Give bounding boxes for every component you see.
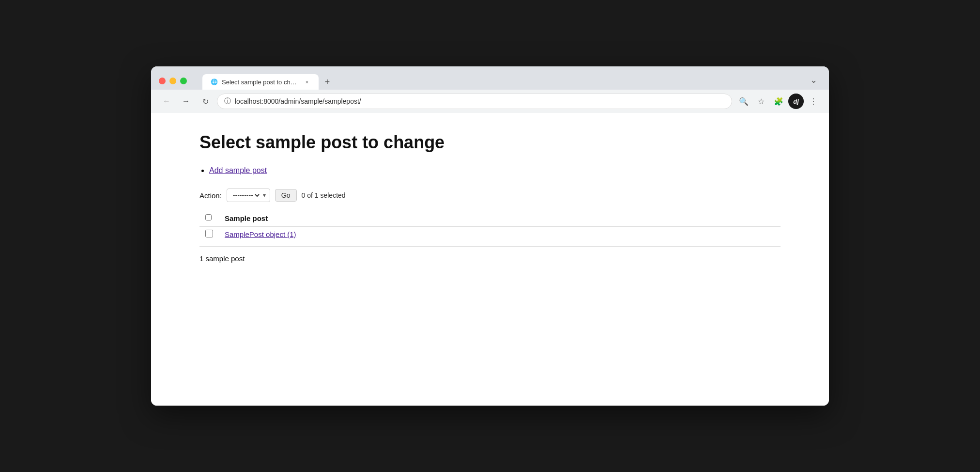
tab-title: Select sample post to change — [222, 79, 299, 86]
new-tab-button[interactable]: + — [321, 75, 334, 89]
divider-line — [199, 246, 781, 247]
refresh-button[interactable]: ↻ — [198, 94, 213, 109]
close-button[interactable] — [159, 78, 166, 84]
action-bar: Action: --------- ▾ Go 0 of 1 selected — [199, 189, 781, 202]
selected-count: 0 of 1 selected — [302, 191, 346, 199]
browser-window: 🌐 Select sample post to change × + ⌄ ← →… — [151, 66, 829, 406]
maximize-button[interactable] — [180, 78, 187, 84]
table-header-row: Sample post — [199, 210, 781, 227]
traffic-lights — [159, 78, 187, 84]
go-button[interactable]: Go — [275, 189, 297, 202]
page-title: Select sample post to change — [199, 132, 781, 153]
select-all-checkbox[interactable] — [205, 214, 212, 220]
table-row: SamplePost object (1) — [199, 227, 781, 243]
info-icon: ⓘ — [224, 97, 231, 106]
add-sample-post-link[interactable]: Add sample post — [209, 166, 267, 174]
tab-bar: 🌐 Select sample post to change × + — [195, 74, 342, 90]
add-link-item: Add sample post — [209, 166, 781, 175]
address-text: localhost:8000/admin/sample/samplepost/ — [235, 97, 725, 105]
chevron-down-icon: ▾ — [263, 192, 266, 199]
result-count: 1 sample post — [199, 254, 781, 263]
title-bar: 🌐 Select sample post to change × + ⌄ — [151, 66, 829, 90]
browser-chrome: 🌐 Select sample post to change × + ⌄ ← →… — [151, 66, 829, 113]
address-bar[interactable]: ⓘ localhost:8000/admin/sample/samplepost… — [217, 94, 732, 109]
list-table: Sample post SamplePost object (1) — [199, 210, 781, 242]
nav-bar: ← → ↻ ⓘ localhost:8000/admin/sample/samp… — [151, 90, 829, 113]
header-checkbox-col — [199, 210, 219, 227]
add-link-section: Add sample post — [199, 166, 781, 175]
menu-button[interactable]: ⋮ — [806, 94, 821, 109]
back-button[interactable]: ← — [159, 94, 174, 109]
expand-icon[interactable]: ⌄ — [810, 75, 821, 85]
nav-actions: 🔍 ☆ 🧩 dj ⋮ — [736, 94, 821, 109]
minimize-button[interactable] — [169, 78, 176, 84]
row-checkbox[interactable] — [205, 230, 213, 237]
active-tab[interactable]: 🌐 Select sample post to change × — [202, 74, 319, 90]
search-button[interactable]: 🔍 — [736, 94, 751, 109]
action-dropdown[interactable]: --------- — [231, 191, 261, 200]
profile-avatar[interactable]: dj — [788, 94, 804, 109]
forward-button[interactable]: → — [178, 94, 194, 109]
bookmark-button[interactable]: ☆ — [753, 94, 769, 109]
action-label: Action: — [199, 191, 222, 200]
tab-favicon-icon: 🌐 — [210, 78, 218, 86]
object-link[interactable]: SamplePost object (1) — [225, 230, 296, 238]
page-content: Select sample post to change Add sample … — [151, 113, 829, 406]
action-select-wrapper[interactable]: --------- ▾ — [227, 189, 270, 202]
row-checkbox-cell — [199, 227, 219, 243]
tab-close-icon[interactable]: × — [303, 78, 311, 86]
row-object-cell: SamplePost object (1) — [219, 227, 781, 243]
extensions-button[interactable]: 🧩 — [771, 94, 786, 109]
table-body: SamplePost object (1) — [199, 227, 781, 243]
header-sample-post: Sample post — [219, 210, 781, 227]
